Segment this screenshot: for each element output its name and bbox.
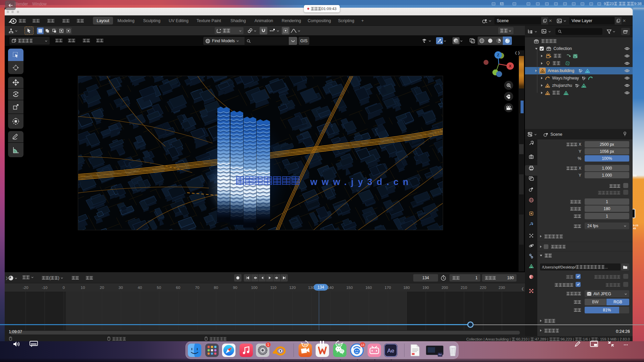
svg-text:30: 30	[337, 343, 341, 346]
svg-text:10: 10	[304, 343, 307, 346]
svg-text:X: X	[509, 64, 512, 68]
svg-text:Z: Z	[497, 53, 499, 57]
svg-text:Ae: Ae	[387, 348, 394, 354]
